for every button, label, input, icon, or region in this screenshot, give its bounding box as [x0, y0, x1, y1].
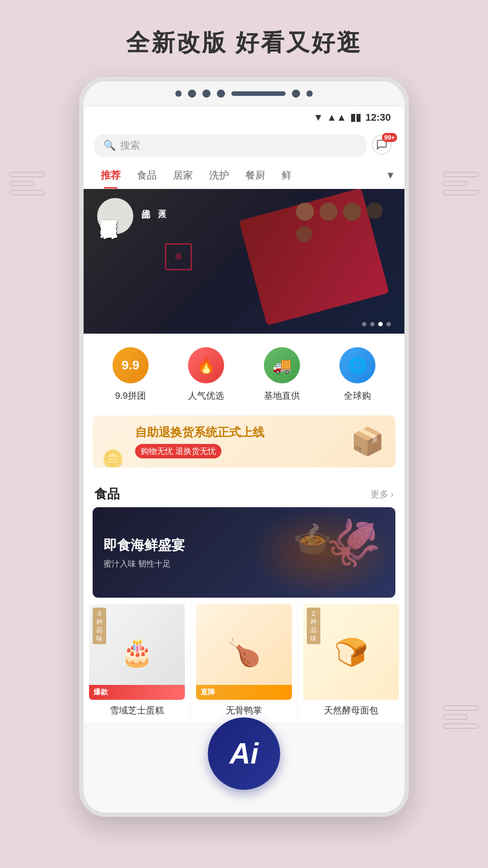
deco-lines-right	[443, 172, 479, 199]
phone-dot-5	[292, 90, 300, 98]
product-card-duck[interactable]: 🍗 直降 无骨鸭掌	[191, 599, 298, 722]
message-button[interactable]: 99+	[372, 135, 394, 156]
bread-variety-badge: 2 种 品 味	[307, 608, 320, 644]
status-time: 12:30	[366, 112, 391, 123]
tab-fresh[interactable]: 鲜	[273, 162, 300, 189]
signal-icon: ▲▲	[327, 112, 347, 123]
phone-mockup: ▼ ▲▲ ▮▮ 12:30 🔍 搜索 99+ 推荐	[79, 77, 409, 817]
food-banner-sub: 蜜汁入味 韧性十足	[103, 558, 185, 569]
search-placeholder: 搜索	[120, 139, 140, 152]
food-banner-text: 即食海鲜盛宴 蜜汁入味 韧性十足	[103, 536, 185, 569]
cake-variety-badge: 3 种 品 味	[93, 608, 106, 644]
search-bar: 🔍 搜索 99+	[84, 129, 404, 162]
food-banner-title: 即食海鲜盛宴	[103, 536, 185, 555]
promo-main-text: 自助退换货系统正式上线	[135, 425, 264, 440]
product-img-duck: 🍗 直降	[196, 604, 292, 700]
product-grid: 🎂 3 种 品 味 爆款 雪域芝士蛋糕 🍗 直降 无骨鸭掌	[84, 599, 404, 722]
bread-name: 天然酵母面包	[303, 704, 399, 717]
page-title: 全新改版 好看又好逛	[0, 0, 488, 77]
banner-dots	[362, 322, 391, 326]
deco-lines-right2	[443, 705, 479, 732]
fire-icon: 🔥	[197, 356, 216, 374]
tab-food[interactable]: 食品	[129, 162, 165, 189]
banner-dot-2	[370, 322, 375, 326]
food-banner-img-deco	[251, 507, 395, 598]
truck-icon: 🚚	[272, 356, 291, 374]
main-banner[interactable]: 圆满中秋汇百香 月下佳人 岁岁品优选 品	[84, 189, 404, 334]
phone-dot-1	[175, 90, 182, 97]
global-shop-icon: 🌐	[339, 347, 375, 383]
duck-badge: 直降	[196, 685, 292, 700]
food-banner-large[interactable]: 即食海鲜盛宴 蜜汁入味 韧性十足 🦑 🍲	[93, 507, 395, 598]
more-label: 更多	[371, 488, 389, 500]
duck-name: 无骨鸭掌	[196, 704, 292, 717]
globe-icon: 🌐	[348, 356, 367, 374]
battery-icon: ▮▮	[350, 112, 361, 123]
chevron-right-icon: ›	[390, 489, 394, 500]
product-img-bread: 🍞 2 种 品 味	[303, 604, 399, 700]
cake-badge: 爆款	[89, 685, 185, 700]
quick-icon-direct[interactable]: 🚚 基地直供	[264, 347, 300, 402]
nav-tabs: 推荐 食品 居家 洗护 餐厨 鲜 ▼	[84, 162, 404, 189]
quick-icon-global[interactable]: 🌐 全球购	[339, 347, 375, 402]
chevron-down-icon: ▼	[385, 170, 395, 181]
message-badge-count: 99+	[382, 133, 397, 142]
cake-name: 雪域芝士蛋糕	[89, 704, 185, 717]
food-section-title: 食品	[94, 486, 120, 503]
search-input-wrap[interactable]: 🔍 搜索	[94, 134, 366, 157]
promo-box-icon: 📦	[351, 425, 385, 458]
popular-label: 人气优选	[188, 390, 224, 402]
food-section-more[interactable]: 更多 ›	[371, 488, 394, 500]
direct-supply-icon: 🚚	[264, 347, 300, 383]
phone-dot-3	[202, 90, 211, 98]
direct-supply-label: 基地直供	[264, 390, 300, 402]
food-section-header: 食品 更多 ›	[84, 476, 404, 507]
group-deal-label: 9.9拼团	[115, 390, 146, 402]
ai-fab-label: Ai	[230, 737, 258, 770]
quick-icon-popular[interactable]: 🔥 人气优选	[188, 347, 224, 402]
product-img-cake: 🎂 3 种 品 味 爆款	[89, 604, 185, 700]
ai-fab-button[interactable]: Ai	[208, 717, 280, 790]
banner-dot-3	[378, 322, 383, 326]
promo-sub-badge: 购物无忧 退换货无忧	[135, 444, 221, 458]
status-bar: ▼ ▲▲ ▮▮ 12:30	[84, 106, 404, 129]
popular-icon: 🔥	[188, 347, 224, 383]
product-card-bread[interactable]: 🍞 2 种 品 味 天然酵母面包	[298, 599, 404, 722]
phone-speaker	[231, 91, 286, 96]
phone-dot-2	[188, 90, 196, 98]
tab-recommend[interactable]: 推荐	[93, 162, 129, 189]
quick-icon-group-deal[interactable]: 9.9 9.9拼团	[113, 347, 149, 402]
search-icon: 🔍	[103, 140, 116, 151]
banner-stamp: 品	[165, 243, 192, 270]
tab-kitchen[interactable]: 餐厨	[237, 162, 273, 189]
tab-wash[interactable]: 洗护	[201, 162, 237, 189]
phone-dot-6	[306, 90, 313, 97]
tab-home[interactable]: 居家	[165, 162, 201, 189]
phone-top-bar	[84, 81, 404, 106]
banner-dot-1	[362, 322, 366, 326]
global-shop-label: 全球购	[344, 390, 371, 402]
banner-dot-4	[386, 322, 391, 326]
deco-lines-left	[9, 172, 45, 199]
group-deal-icon: 9.9	[113, 347, 149, 383]
phone-dot-4	[217, 90, 225, 98]
product-card-cake[interactable]: 🎂 3 种 品 味 爆款 雪域芝士蛋糕	[84, 599, 191, 722]
status-icons: ▼ ▲▲ ▮▮	[313, 112, 361, 123]
wifi-icon: ▼	[313, 112, 323, 123]
nav-more-button[interactable]: ▼	[385, 170, 395, 181]
promo-banner[interactable]: 自助退换货系统正式上线 购物无忧 退换货无忧 🪙 📦	[93, 415, 395, 467]
banner-plate-deco	[97, 198, 133, 234]
quick-icons-row: 9.9 9.9拼团 🔥 人气优选 🚚 基地直供 🌐 全球购	[84, 334, 404, 415]
